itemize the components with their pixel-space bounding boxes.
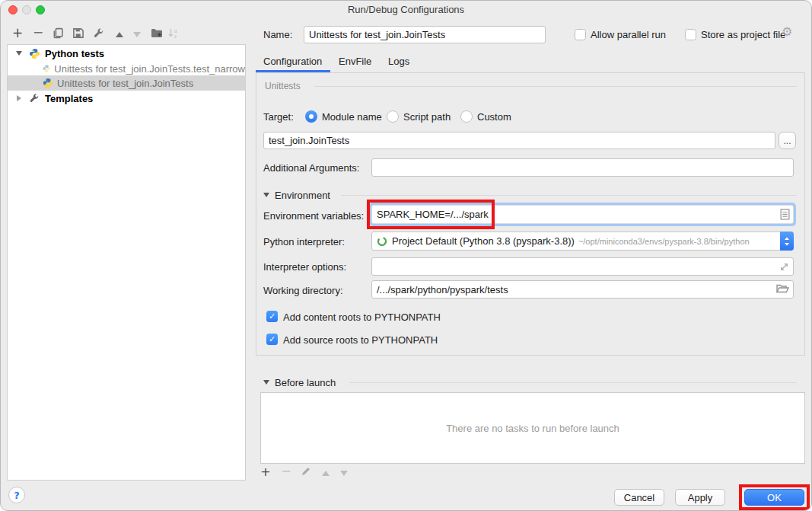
collapse-icon[interactable] <box>16 51 22 56</box>
additional-arguments-input[interactable] <box>371 158 794 177</box>
python-icon <box>43 63 50 74</box>
working-directory-label: Working directory: <box>263 285 343 296</box>
save-configuration-button[interactable] <box>70 25 85 40</box>
name-label: Name: <box>263 29 292 40</box>
wrench-icon <box>93 27 104 39</box>
before-launch-move-up-button[interactable] <box>318 465 333 481</box>
new-folder-icon <box>151 27 163 38</box>
arrow-up-icon <box>322 471 330 476</box>
tree-item-unittests-test-narrow[interactable]: Unittests for test_join.JoinTests.test_n… <box>8 61 245 76</box>
svg-text:z: z <box>174 34 177 39</box>
python-interpreter-label: Python interpreter: <box>263 236 345 248</box>
add-content-roots-checkbox[interactable]: ✓ <box>266 311 278 322</box>
environment-variables-input[interactable]: SPARK_HOME=/.../spark <box>371 205 794 224</box>
tree-item-unittests-jointests-selected[interactable]: Unittests for test_join.JoinTests <box>8 75 245 91</box>
store-as-project-file-checkbox[interactable] <box>685 29 696 40</box>
help-button[interactable]: ? <box>8 487 25 503</box>
move-down-button[interactable] <box>129 27 145 42</box>
ellipsis-icon: ... <box>783 136 791 146</box>
gear-icon[interactable]: ⚙ <box>782 24 792 39</box>
section-divider <box>341 195 797 196</box>
environment-section-title: Environment <box>275 190 330 201</box>
conda-environment-icon <box>377 236 387 247</box>
name-input[interactable]: Unittests for test_join.JoinTests <box>304 26 546 43</box>
sort-configurations-button[interactable]: az <box>166 25 181 40</box>
name-value: Unittests for test_join.JoinTests <box>309 29 445 40</box>
sort-az-icon: az <box>167 27 180 39</box>
help-icon: ? <box>14 490 20 501</box>
target-label: Target: <box>263 111 294 123</box>
environment-variables-label: Environment variables: <box>263 210 364 222</box>
tree-item-templates[interactable]: Templates <box>8 91 245 106</box>
copy-icon <box>53 27 64 39</box>
plus-icon: + <box>260 465 270 479</box>
browse-working-directory-button[interactable] <box>776 283 789 297</box>
tab-logs[interactable]: Logs <box>388 56 409 67</box>
target-value: test_join.JoinTests <box>269 135 349 146</box>
before-launch-remove-button[interactable]: − <box>279 463 294 478</box>
arrow-down-icon <box>133 32 141 37</box>
move-up-button[interactable] <box>112 27 127 42</box>
arrow-down-icon <box>340 471 348 476</box>
add-source-roots-checkbox[interactable]: ✓ <box>266 334 278 345</box>
interpreter-select-stepper[interactable] <box>780 232 794 251</box>
wrench-icon <box>29 93 40 104</box>
copy-configuration-button[interactable] <box>50 25 65 40</box>
tree-item-label: Unittests for test_join.JoinTests <box>57 78 193 89</box>
additional-arguments-label: Additional Arguments: <box>263 162 359 174</box>
tab-envfile[interactable]: EnvFile <box>339 56 371 67</box>
window-title: Run/Debug Configurations <box>1 4 811 15</box>
unittests-section-title: Unittests <box>265 81 301 91</box>
remove-configuration-button[interactable]: − <box>30 24 46 40</box>
configurations-tree: Python tests Unittests for test_join.Joi… <box>7 44 246 481</box>
target-module-name-radio[interactable] <box>305 110 317 123</box>
before-launch-task-list: There are no tasks to run before launch <box>260 392 805 464</box>
arrow-up-icon <box>116 32 123 37</box>
expand-field-button[interactable] <box>779 261 789 275</box>
tab-configuration[interactable]: Configuration <box>263 56 322 67</box>
python-icon <box>29 48 40 59</box>
create-folder-button[interactable] <box>149 25 164 40</box>
python-interpreter-value: Project Default (Python 3.8 (pyspark-3.8… <box>392 235 575 247</box>
minus-icon: − <box>33 24 43 40</box>
before-launch-collapse-icon[interactable] <box>263 380 269 385</box>
run-debug-configurations-dialog: Run/Debug Configurations + − az Python t… <box>0 0 812 511</box>
apply-button[interactable]: Apply <box>675 489 725 506</box>
env-variables-value: SPARK_HOME=/.../spark <box>377 209 489 220</box>
add-content-roots-label: Add content roots to PYTHONPATH <box>283 311 441 323</box>
interpreter-options-label: Interpreter options: <box>263 261 346 273</box>
tree-item-label: Templates <box>45 93 93 104</box>
browse-target-button[interactable]: ... <box>779 132 796 149</box>
python-interpreter-select[interactable]: Project Default (Python 3.8 (pyspark-3.8… <box>371 232 794 251</box>
tree-item-python-tests[interactable]: Python tests <box>8 46 245 61</box>
working-directory-input[interactable]: /.../spark/python/pyspark/tests <box>371 280 794 299</box>
before-launch-section-title: Before launch <box>275 377 336 388</box>
variables-list-icon <box>780 209 790 220</box>
allow-parallel-run-label: Allow parallel run <box>591 29 666 40</box>
before-launch-edit-button[interactable] <box>298 464 314 479</box>
before-launch-move-down-button[interactable] <box>336 465 352 481</box>
folder-icon <box>776 283 789 294</box>
target-value-input[interactable]: test_join.JoinTests <box>263 132 775 149</box>
edit-environment-variables-button[interactable] <box>780 209 790 223</box>
target-script-path-radio[interactable] <box>387 110 399 123</box>
target-script-path-label: Script path <box>403 111 451 123</box>
expand-icon <box>779 262 789 272</box>
working-directory-value: /.../spark/python/pyspark/tests <box>377 284 508 295</box>
environment-collapse-icon[interactable] <box>263 193 269 197</box>
python-interpreter-path: ~/opt/miniconda3/envs/pyspark-3.8/bin/py… <box>578 237 750 246</box>
cancel-button[interactable]: Cancel <box>614 489 664 506</box>
pencil-icon <box>301 466 311 477</box>
interpreter-options-input[interactable] <box>371 257 794 276</box>
allow-parallel-run-checkbox[interactable] <box>575 29 586 40</box>
ok-button[interactable]: OK <box>744 489 804 506</box>
target-custom-radio[interactable] <box>460 110 473 123</box>
minus-icon: − <box>281 464 291 478</box>
plus-icon: + <box>12 25 23 40</box>
add-configuration-button[interactable]: + <box>10 25 25 40</box>
section-divider <box>314 86 797 87</box>
store-as-project-file-label: Store as project file <box>701 29 785 40</box>
expand-icon[interactable] <box>17 95 21 101</box>
before-launch-add-button[interactable]: + <box>258 464 273 479</box>
edit-templates-button[interactable] <box>91 25 106 40</box>
